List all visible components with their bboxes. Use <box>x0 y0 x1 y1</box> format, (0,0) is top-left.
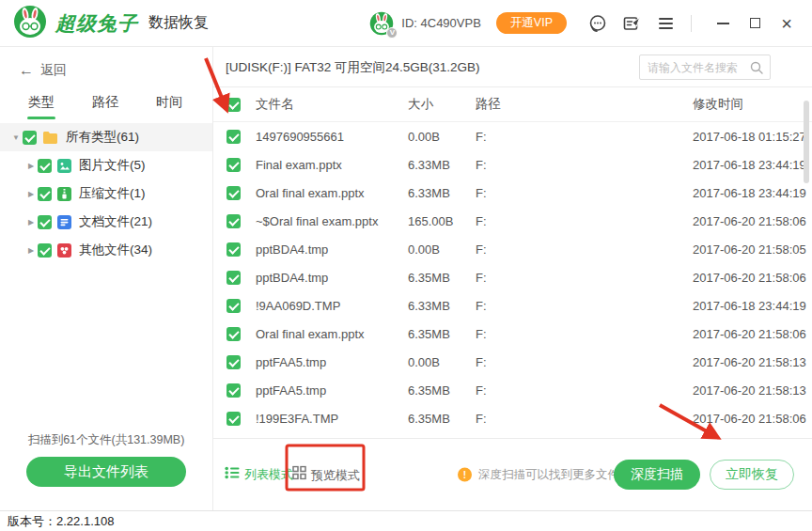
checkbox-checked[interactable] <box>38 215 52 229</box>
tree-item[interactable]: ▶文档文件(21) <box>0 208 212 236</box>
chevron-down-icon[interactable]: ▼ <box>9 133 23 142</box>
cell-modified: 2017-06-20 21:58:13 <box>693 355 812 369</box>
chevron-right-icon[interactable]: ▶ <box>24 190 38 198</box>
search-input[interactable] <box>640 61 750 74</box>
cell-filename: Oral final exam.pptx <box>256 186 408 200</box>
folder-icon <box>42 131 58 144</box>
brand: 超级兔子 数据恢复 <box>13 5 209 42</box>
column-header-size[interactable]: 大小 <box>408 96 476 113</box>
table-row[interactable]: !9AA069D.TMP6.33MBF:2017-06-18 23:44:19 <box>213 291 812 320</box>
table-row[interactable]: pptBDA4.tmp6.35MBF:2017-06-20 21:58:06 <box>213 263 812 291</box>
tree-item[interactable]: ▶图片文件(5) <box>0 151 212 180</box>
vip-button[interactable]: 开通VIP <box>496 12 567 34</box>
checkbox-checked[interactable] <box>38 159 52 173</box>
scan-summary: 扫描到61个文件(共131.39MB) <box>0 432 212 448</box>
cell-path: F: <box>476 158 693 172</box>
row-checkbox-checked[interactable] <box>226 412 241 426</box>
cell-size: 6.35MB <box>408 412 476 426</box>
cell-filename: pptBDA4.tmp <box>256 242 408 257</box>
row-checkbox-checked[interactable] <box>226 242 241 257</box>
sidebar-tab-time[interactable]: 时间 <box>156 94 182 119</box>
tree-item-label: 所有类型(61) <box>66 129 139 146</box>
preview-mode-button[interactable]: 预览模式 <box>292 466 360 484</box>
deep-scan-button[interactable]: 深度扫描 <box>614 460 700 490</box>
cell-filename: !9AA069D.TMP <box>256 299 408 313</box>
row-checkbox-checked[interactable] <box>226 271 241 285</box>
app-title: 超级兔子 <box>55 10 138 37</box>
cell-size: 6.35MB <box>408 327 476 341</box>
content-panel: [UDISK(F:)] FAT32 可用空间24.5GB(31.2GB) 文件名… <box>213 47 812 510</box>
chevron-right-icon[interactable]: ▶ <box>24 246 38 255</box>
table-row[interactable]: pptBDA4.tmp0.00BF:2017-06-20 21:58:05 <box>213 235 812 263</box>
preview-mode-label: 预览模式 <box>311 466 360 483</box>
feedback-icon[interactable] <box>619 11 644 36</box>
row-checkbox-checked[interactable] <box>226 355 241 369</box>
minimize-icon <box>717 23 729 24</box>
sidebar-tab-path[interactable]: 路径 <box>92 94 118 119</box>
table-row[interactable]: Oral final exam.pptx6.35MBF:2017-06-20 2… <box>213 320 812 348</box>
menu-icon[interactable] <box>653 11 678 36</box>
user-avatar[interactable]: V <box>369 11 394 36</box>
app-window: 超级兔子 数据恢复 V ID: 4C490VPB 开通VIP <box>0 0 812 531</box>
column-header-modified[interactable]: 修改时间 <box>693 96 812 113</box>
cell-path: F: <box>476 186 693 200</box>
chevron-right-icon[interactable]: ▶ <box>24 218 38 226</box>
cell-path: F: <box>476 214 693 228</box>
column-header-filename[interactable]: 文件名 <box>256 96 408 113</box>
select-all-checkbox[interactable] <box>226 98 241 112</box>
cell-size: 165.00B <box>408 214 476 228</box>
document-file-icon <box>57 215 71 229</box>
row-checkbox-checked[interactable] <box>226 214 241 228</box>
table-row[interactable]: Final exam.pptx6.33MBF:2017-06-18 23:44:… <box>213 150 812 179</box>
row-checkbox-checked[interactable] <box>226 158 241 172</box>
export-file-list-button[interactable]: 导出文件列表 <box>26 457 186 487</box>
close-button[interactable]: × <box>774 11 799 36</box>
file-table: 14976909556610.00BF:2017-06-18 01:15:27F… <box>213 122 812 432</box>
table-row[interactable]: Oral final exam.pptx6.33MBF:2017-06-18 2… <box>213 179 812 207</box>
checkbox-checked[interactable] <box>23 131 37 145</box>
table-row[interactable]: !199E3FA.TMP6.35MBF:2017-06-20 21:58:06 <box>213 404 812 432</box>
row-checkbox-checked[interactable] <box>226 186 241 200</box>
minimize-button[interactable] <box>710 11 735 36</box>
cell-filename: pptBDA4.tmp <box>256 271 408 285</box>
cell-size: 0.00B <box>408 355 476 369</box>
vip-badge-icon: V <box>386 27 398 39</box>
tree-item[interactable]: ▼所有类型(61) <box>0 123 212 151</box>
cell-path: F: <box>476 299 693 313</box>
tree-item[interactable]: ▶压缩文件(1) <box>0 180 212 208</box>
back-button[interactable]: ← 返回 <box>19 62 67 79</box>
row-checkbox-checked[interactable] <box>226 327 241 341</box>
vertical-scrollbar[interactable] <box>804 101 809 183</box>
sidebar-tabs: 类型路径时间 <box>0 94 212 119</box>
cell-filename: Final exam.pptx <box>256 158 408 172</box>
checkbox-checked[interactable] <box>38 187 52 201</box>
table-row[interactable]: 14976909556610.00BF:2017-06-18 01:15:27 <box>213 122 812 150</box>
main-body: ← 返回 类型路径时间 ▼所有类型(61)▶图片文件(5)▶压缩文件(1)▶文档… <box>0 47 812 511</box>
chevron-right-icon[interactable]: ▶ <box>24 162 38 170</box>
customer-service-icon[interactable] <box>586 11 610 36</box>
column-header-path[interactable]: 路径 <box>476 96 693 113</box>
app-logo-icon <box>13 5 47 42</box>
titlebar-divider <box>691 15 692 32</box>
cell-path: F: <box>476 412 693 426</box>
tree-item[interactable]: ▶其他文件(34) <box>0 236 212 264</box>
row-checkbox-checked[interactable] <box>226 383 241 398</box>
sidebar-tab-type[interactable]: 类型 <box>28 94 55 119</box>
maximize-button[interactable] <box>742 11 767 36</box>
row-checkbox-checked[interactable] <box>226 299 241 313</box>
row-checkbox-checked[interactable] <box>226 130 241 144</box>
cell-modified: 2017-06-18 23:44:19 <box>693 186 812 200</box>
image-file-icon <box>57 159 71 173</box>
cell-modified: 2017-06-20 21:58:06 <box>693 412 812 426</box>
search-icon[interactable] <box>750 61 770 74</box>
checkbox-checked[interactable] <box>38 243 52 258</box>
table-row[interactable]: ~$Oral final exam.pptx165.00BF:2017-06-2… <box>213 207 812 235</box>
warning-icon: ! <box>458 468 472 482</box>
tree-item-label: 图片文件(5) <box>79 157 146 174</box>
list-mode-button[interactable]: 列表模式 <box>225 466 293 483</box>
table-row[interactable]: pptFAA5.tmp6.35MBF:2017-06-20 21:58:13 <box>213 376 812 404</box>
recover-now-button[interactable]: 立即恢复 <box>710 460 794 490</box>
tree-item-label: 压缩文件(1) <box>79 185 146 202</box>
table-row[interactable]: pptFAA5.tmp0.00BF:2017-06-20 21:58:13 <box>213 348 812 376</box>
archive-file-icon <box>57 187 71 201</box>
